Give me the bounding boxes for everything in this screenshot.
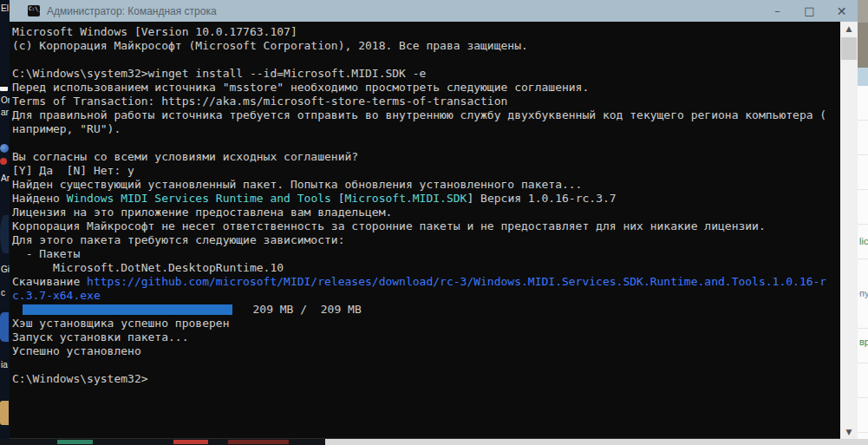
desktop-icon-label-fragment: Or bbox=[1, 95, 10, 105]
console-line: Вы согласны со всеми условиями исходных … bbox=[12, 150, 840, 164]
desktop-right-strip: licпувр bbox=[858, 0, 868, 445]
console-text: ] Версия 1.0.16-rc.3.7 bbox=[467, 192, 616, 205]
console-text: например, "RU"). bbox=[12, 122, 121, 135]
command-prompt-window: C:\_ Администратор: Командная строка – □… bbox=[10, 0, 858, 439]
console-text: Найден существующий установленный пакет.… bbox=[12, 178, 582, 191]
desktop-icon-label-fragment: ar bbox=[1, 108, 10, 117]
background-window-blue-band bbox=[858, 68, 868, 86]
console-line: Microsoft Windows [Version 10.0.17763.10… bbox=[12, 25, 840, 39]
console-text: Хэш установщика успешно проверен bbox=[12, 317, 229, 330]
console-line: Terms of Transaction: https://aka.ms/mic… bbox=[12, 95, 840, 108]
scrollbar-down-arrow-icon[interactable]: ▼ bbox=[840, 425, 858, 439]
desktop-icon-label-fragment: Arr bbox=[1, 173, 10, 183]
console-line: Найдено Windows MIDI Services Runtime an… bbox=[12, 192, 840, 206]
minimize-button[interactable]: – bbox=[761, 0, 793, 22]
console-link-text: https://github.com/microsoft/MIDI/releas… bbox=[87, 275, 826, 288]
console-line: [Y] Да [N] Нет: y bbox=[12, 164, 840, 178]
console-text: Microsoft.DotNet.DesktopRuntime.10 bbox=[12, 261, 284, 274]
console-line: Лицензия на это приложение предоставлена… bbox=[12, 206, 840, 219]
console-text: C:\Windows\system32> bbox=[12, 372, 148, 385]
console-output: Microsoft Windows [Version 10.0.17763.10… bbox=[12, 25, 840, 386]
console-text: (c) Корпорация Майкрософт (Microsoft Cor… bbox=[12, 39, 528, 52]
desktop-icon-label-fragment: ia bbox=[1, 360, 10, 370]
desktop-left-strip: ElOrarArrGigcia bbox=[0, 0, 10, 445]
background-window-top bbox=[858, 0, 868, 23]
console-body[interactable]: Microsoft Windows [Version 10.0.17763.10… bbox=[10, 22, 840, 439]
red-dot-icon bbox=[0, 158, 7, 165]
console-line: Microsoft.DotNet.DesktopRuntime.10 bbox=[12, 261, 840, 275]
desktop-icon-label-fragment: c bbox=[1, 288, 10, 298]
console-text: Перед использованием источника "msstore"… bbox=[12, 81, 589, 94]
console-text: Скачивание bbox=[12, 275, 87, 288]
bottom-light-area bbox=[325, 439, 868, 445]
swirl-icon bbox=[0, 215, 9, 253]
bottom-green-segment bbox=[57, 440, 93, 444]
console-link-text: c.3.7-x64.exe bbox=[12, 289, 101, 302]
console-text: [Y] Да [N] Нет: y bbox=[12, 164, 134, 177]
console-text: Для правильной работы источника требуетс… bbox=[12, 108, 826, 121]
console-line: например, "RU"). bbox=[12, 122, 840, 136]
console-text: Terms of Transaction: https://aka.ms/mic… bbox=[12, 95, 507, 108]
console-text: Microsoft Windows [Version 10.0.17763.10… bbox=[12, 25, 297, 38]
console-line bbox=[12, 136, 840, 150]
console-text: C:\Windows\system32>winget install --id=… bbox=[12, 67, 426, 80]
console-line: 209 MB / 209 MB bbox=[12, 303, 840, 317]
bottom-red-segment bbox=[173, 440, 208, 444]
console-line: (c) Корпорация Майкрософт (Microsoft Cor… bbox=[12, 39, 840, 53]
desktop-icon-label-fragment: El bbox=[1, 3, 10, 13]
console-line: Корпорация Майкрософт не несет ответстве… bbox=[12, 219, 840, 233]
piano-icon bbox=[0, 83, 8, 91]
console-line: - Пакеты bbox=[12, 247, 840, 261]
console-text: Успешно установлено bbox=[12, 344, 141, 357]
download-progress-bar bbox=[23, 304, 232, 315]
console-text: Microsoft.MIDI.SDK bbox=[345, 192, 467, 205]
console-line bbox=[12, 358, 840, 372]
cmd-icon: C:\_ bbox=[28, 5, 40, 16]
scrollbar-thumb[interactable] bbox=[841, 37, 857, 60]
console-text: - Пакеты bbox=[12, 247, 80, 260]
blue-ball-icon bbox=[0, 144, 9, 153]
window-title: Администратор: Командная строка bbox=[47, 5, 761, 17]
bottom-desktop-strip bbox=[0, 439, 868, 445]
scrollbar-up-arrow-icon[interactable]: ▲ bbox=[840, 22, 858, 36]
console-text: Windows MIDI Services Runtime and Tools bbox=[67, 192, 331, 205]
console-line: Для этого пакета требуются следующие зав… bbox=[12, 233, 840, 247]
desktop-icon-label-fragment: Gig bbox=[1, 265, 10, 274]
background-window-text-fragment: lic bbox=[859, 236, 868, 246]
console-line: Успешно установлено bbox=[12, 344, 840, 358]
console-line: Запуск установки пакета... bbox=[12, 330, 840, 344]
console-line: Найден существующий установленный пакет.… bbox=[12, 178, 840, 192]
console-line: C:\Windows\system32> bbox=[12, 372, 840, 386]
console-line: C:\Windows\system32>winget install --id=… bbox=[12, 67, 840, 81]
background-window-sheet bbox=[858, 86, 868, 439]
console-text: Найдено bbox=[12, 192, 67, 205]
console-text: Запуск установки пакета... bbox=[12, 330, 189, 344]
console-text: Вы согласны со всеми условиями исходных … bbox=[12, 150, 358, 163]
maximize-button[interactable]: □ bbox=[793, 0, 826, 22]
sand-icon bbox=[0, 401, 9, 425]
console-line: Перед использованием источника "msstore"… bbox=[12, 81, 840, 95]
scrollbar[interactable]: ▲ ▼ bbox=[840, 22, 858, 439]
console-line: Скачивание https://github.com/microsoft/… bbox=[12, 275, 840, 289]
console-line: Для правильной работы источника требуетс… bbox=[12, 108, 840, 122]
close-button[interactable]: ✕ bbox=[826, 0, 858, 22]
download-progress-label: 209 MB / 209 MB bbox=[232, 303, 362, 316]
titlebar[interactable]: C:\_ Администратор: Командная строка – □… bbox=[10, 0, 858, 22]
background-window-tan-band bbox=[858, 23, 868, 68]
bottom-maroon-segment bbox=[228, 440, 289, 444]
blue-app-icon bbox=[0, 312, 9, 342]
console-text: Лицензия на это приложение предоставлена… bbox=[12, 206, 392, 219]
console-line bbox=[12, 53, 840, 67]
console-line: c.3.7-x64.exe bbox=[12, 289, 840, 303]
background-window-text-fragment: пу bbox=[859, 288, 868, 298]
console-text: [ bbox=[331, 192, 345, 205]
background-window-text-fragment: вр bbox=[859, 337, 868, 347]
console-line: Хэш установщика успешно проверен bbox=[12, 317, 840, 330]
console-text: Для этого пакета требуются следующие зав… bbox=[12, 233, 345, 246]
console-text: Корпорация Майкрософт не несет ответстве… bbox=[12, 219, 766, 232]
